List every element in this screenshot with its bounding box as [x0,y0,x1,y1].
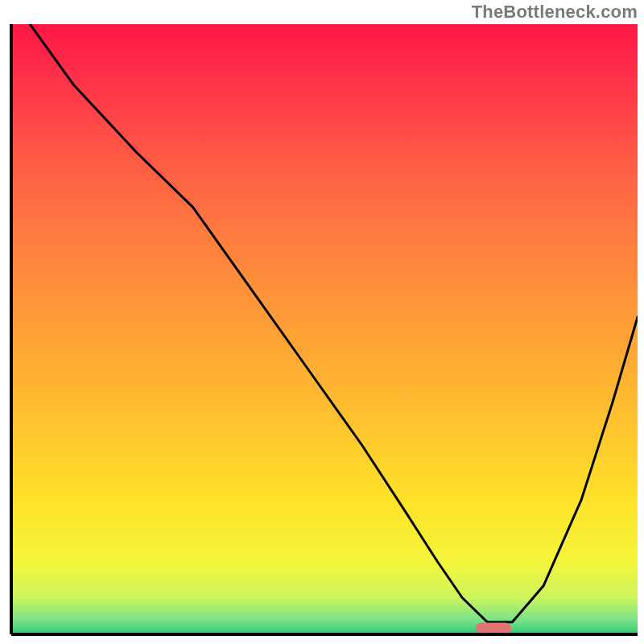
bottleneck-plot [0,0,644,644]
plot-background [11,24,638,634]
chart-frame: TheBottleneck.com [0,0,644,644]
optimal-marker [476,622,511,634]
